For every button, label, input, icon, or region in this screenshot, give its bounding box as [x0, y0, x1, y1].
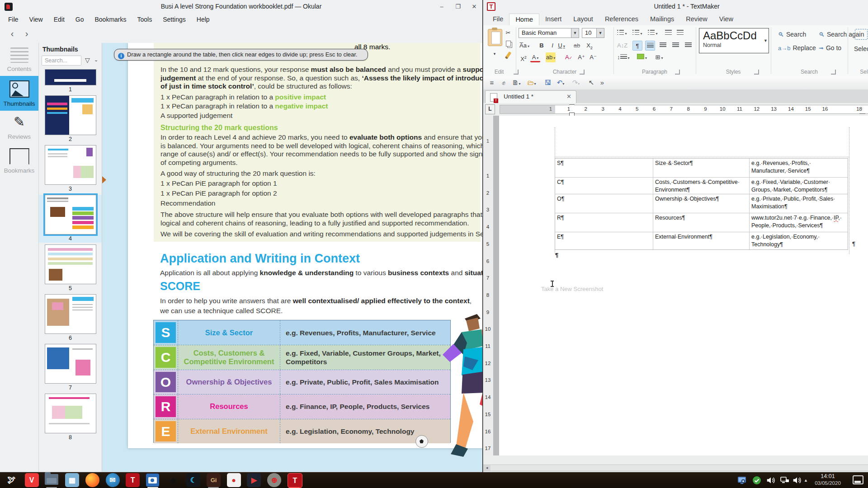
table-cell[interactable]: C¶: [555, 178, 653, 194]
character-style-button[interactable]: A✓: [564, 52, 574, 62]
menu-tools[interactable]: Tools: [132, 14, 158, 24]
subscript-button[interactable]: X2: [585, 41, 594, 51]
app-menu-icon[interactable]: 🕊︎: [5, 473, 19, 487]
thumbnail-page-4[interactable]: 4: [39, 195, 102, 243]
thunderbird-icon[interactable]: ✉: [106, 473, 120, 487]
snip-target-icon[interactable]: ⊕: [267, 473, 281, 487]
tab-layout[interactable]: Layout: [567, 14, 599, 25]
inkscape-icon[interactable]: ◆: [166, 473, 180, 487]
chevron-down-icon[interactable]: ⌄: [94, 57, 98, 63]
thumbnail-search-input[interactable]: Search...: [42, 56, 81, 66]
align-center-button[interactable]: [658, 41, 668, 51]
change-case-button[interactable]: A̅a▾: [519, 41, 529, 51]
increase-indent-button[interactable]: [663, 28, 673, 38]
menu-settings[interactable]: Settings: [157, 14, 191, 24]
menu-help[interactable]: Help: [191, 14, 215, 24]
tab-home[interactable]: Home: [509, 14, 539, 25]
network-tray-icon[interactable]: [780, 475, 790, 485]
select-button[interactable]: Select: [854, 45, 868, 52]
strikethrough-button[interactable]: ab: [572, 41, 582, 51]
score-row-C[interactable]: CCosts, Customers &Competitive Environme…: [154, 345, 450, 369]
copy-button[interactable]: [503, 40, 513, 50]
taskbar-clock[interactable]: 14:01 03/05/2020: [812, 473, 844, 487]
video-editor-icon[interactable]: ▶: [247, 473, 261, 487]
horizontal-scrollbar[interactable]: ◂: [483, 465, 868, 471]
table-cell[interactable]: www.tutor2u.net·7·e.g.·Finance,·IP,·Peop…: [749, 213, 848, 232]
maximize-button[interactable]: ❐: [454, 3, 462, 11]
thumbnail-page-5[interactable]: 5: [39, 244, 102, 292]
minimize-button[interactable]: –: [438, 3, 446, 11]
menu-edit[interactable]: Edit: [48, 14, 70, 24]
new-document-icon[interactable]: 🗎︎▾: [511, 78, 521, 88]
close-button[interactable]: ✕: [470, 3, 478, 11]
thumbnail-page-7[interactable]: 7: [39, 344, 102, 392]
score-row-R[interactable]: RResourcese.g. Finance, IP, People, Prod…: [154, 394, 450, 418]
volume2-tray-icon[interactable]: [792, 475, 802, 485]
multilevel-list-button[interactable]: ▾: [648, 28, 658, 38]
cut-button[interactable]: ✂: [503, 28, 513, 38]
thumbnail-page-8[interactable]: 8: [39, 394, 102, 441]
horizontal-ruler[interactable]: 11234567891011121314151618: [500, 105, 868, 114]
highlight-button[interactable]: ab▾: [546, 52, 556, 62]
font-size-select[interactable]: 10▼: [582, 28, 604, 38]
filter-funnel-icon[interactable]: ▽: [85, 56, 90, 64]
display-settings-tray-icon[interactable]: [737, 475, 747, 485]
bold-button[interactable]: B: [537, 41, 547, 51]
vertical-ruler[interactable]: 11234567891011121314151617: [483, 116, 494, 455]
table-cell[interactable]: E¶: [555, 232, 653, 250]
table-cell[interactable]: Ownership·&·Objectives¶: [653, 194, 749, 213]
line-spacing-button[interactable]: ↕▾: [617, 52, 630, 62]
table-row[interactable]: C¶Costs,·Customers·&·Competitive·Environ…: [555, 177, 848, 194]
dialog-launcher-icon[interactable]: [831, 70, 836, 75]
file-manager-icon[interactable]: [45, 474, 58, 485]
save-icon[interactable]: 🖫︎: [543, 78, 553, 88]
tab-file[interactable]: File: [487, 14, 509, 25]
tab-insert[interactable]: Insert: [539, 14, 567, 25]
shrink-font-button[interactable]: A⁻: [588, 52, 598, 62]
menu-file[interactable]: File: [3, 14, 24, 24]
sidebar-item-bookmarks[interactable]: Bookmarks: [0, 144, 38, 178]
bullet-list-button[interactable]: ▾: [617, 28, 627, 38]
pointer-icon[interactable]: ↖: [586, 78, 596, 88]
table-cell[interactable]: e.g.·Fixed,·Variable,·Customer·Groups,·M…: [749, 178, 848, 194]
tray-expand-icon[interactable]: ▲: [804, 478, 808, 483]
back-icon[interactable]: ‹: [6, 28, 18, 40]
align-right-button[interactable]: [670, 41, 680, 51]
undo-icon[interactable]: ↶▾: [556, 78, 566, 88]
dialog-launcher-icon[interactable]: [754, 70, 759, 75]
table-cell[interactable]: Resources¶: [653, 213, 749, 232]
table-cell[interactable]: e.g.·Private,·Public,·Profit,·Sales·Maxi…: [749, 194, 848, 213]
superscript-button[interactable]: X2: [519, 52, 528, 62]
paste-dropdown[interactable]: ▾: [490, 49, 500, 59]
show-formatting-marks-button[interactable]: ¶: [632, 41, 642, 51]
hamburger-menu-icon[interactable]: ≡: [487, 78, 497, 88]
thumbnail-page-6[interactable]: 6: [39, 294, 102, 342]
notification-drawer-icon[interactable]: [853, 475, 863, 484]
document-canvas[interactable]: 11234567891011121314151617 S¶Size·&·Sect…: [483, 116, 868, 455]
thumbnail-page-2[interactable]: 2: [39, 95, 102, 143]
numbered-list-button[interactable]: ▾: [632, 28, 642, 38]
volume-tray-icon[interactable]: [766, 475, 776, 485]
table-cell[interactable]: O¶: [555, 194, 653, 213]
dialog-launcher-icon[interactable]: [675, 70, 680, 75]
select-icon[interactable]: [855, 29, 868, 40]
tab-references[interactable]: References: [599, 14, 644, 25]
scroll-left-icon[interactable]: ◂: [483, 465, 491, 471]
table-cell[interactable]: e.g.·Revenues,·Profits,·Manufacturer,·Se…: [749, 159, 848, 177]
score-row-S[interactable]: SSize & Sectore.g. Revenues, Profits, Ma…: [154, 320, 450, 345]
table-row[interactable]: E¶External·Environment¶e.g.·Legislation,…: [555, 232, 848, 250]
tab-review[interactable]: Review: [680, 14, 713, 25]
table-cell[interactable]: Size·&·Sector¶: [653, 159, 749, 177]
monitor-app-icon[interactable]: ●: [227, 473, 241, 487]
gimp-icon[interactable]: Gi: [207, 473, 221, 487]
justify-button[interactable]: [683, 41, 693, 51]
okular-icon[interactable]: ☾: [186, 473, 200, 487]
shading-button[interactable]: ▾: [637, 52, 647, 62]
score-row-O[interactable]: OOwnership & Objectivese.g. Private, Pub…: [154, 370, 450, 394]
table-cell[interactable]: Costs,·Customers·&·Competitive·Environme…: [653, 178, 749, 194]
pdf-page[interactable]: all 8 marks.Structuring the 10 and 12 ma…: [128, 43, 482, 448]
textmaker-active-icon[interactable]: T: [288, 473, 302, 488]
font-name-select[interactable]: Basic Roman▼: [519, 28, 579, 38]
document-tab[interactable]: Untitled 1 * ✕: [485, 90, 576, 103]
table-row[interactable]: R¶Resources¶www.tutor2u.net·7·e.g.·Finan…: [555, 213, 848, 232]
